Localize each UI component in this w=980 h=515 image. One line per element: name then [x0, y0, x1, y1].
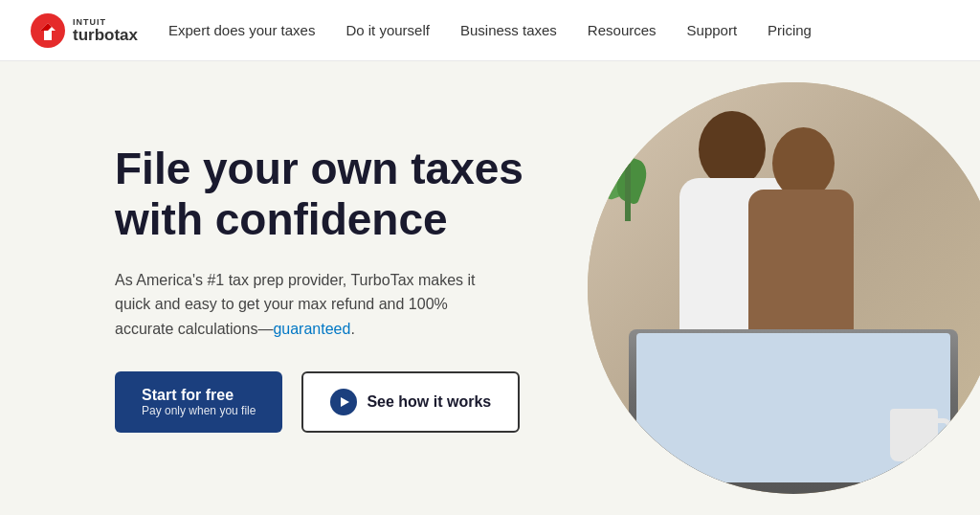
- main-nav: Expert does your taxes Do it yourself Bu…: [168, 22, 812, 38]
- hero-section: File your own taxes with confidence As A…: [0, 61, 980, 515]
- nav-item-do-it-yourself[interactable]: Do it yourself: [345, 22, 430, 38]
- hero-image: [588, 82, 980, 494]
- guaranteed-link[interactable]: guaranteed: [273, 321, 350, 337]
- nav-item-pricing[interactable]: Pricing: [768, 22, 812, 38]
- nav-item-expert-does-your-taxes[interactable]: Expert does your taxes: [168, 22, 315, 38]
- start-for-free-button[interactable]: Start for free Pay only when you file: [115, 371, 282, 433]
- hero-content: File your own taxes with confidence As A…: [115, 144, 523, 434]
- play-icon: [330, 389, 357, 415]
- see-how-it-works-label: See how it works: [367, 393, 491, 411]
- header: INTUIT turbotax Expert does your taxes D…: [0, 0, 980, 61]
- logo-turbotax: turbotax: [73, 27, 138, 43]
- hero-title: File your own taxes with confidence: [115, 144, 523, 245]
- person-body: [748, 190, 854, 343]
- hero-buttons: Start for free Pay only when you file Se…: [115, 371, 523, 433]
- person-head: [772, 127, 835, 199]
- start-button-sub-label: Pay only when you file: [142, 404, 256, 417]
- plant-decoration: [609, 145, 647, 221]
- turbotax-logo-icon: [31, 13, 65, 48]
- nav-item-support[interactable]: Support: [687, 22, 738, 38]
- play-triangle: [341, 397, 349, 407]
- hero-image-placeholder: [588, 82, 980, 494]
- hero-description: As America's #1 tax prep provider, Turbo…: [115, 268, 498, 342]
- start-button-main-label: Start for free: [142, 387, 234, 404]
- see-how-it-works-button[interactable]: See how it works: [301, 371, 520, 433]
- mug-handle: [936, 418, 951, 445]
- nav-item-resources[interactable]: Resources: [588, 22, 657, 38]
- plant-stem: [625, 164, 631, 221]
- logo-text: INTUIT turbotax: [73, 18, 138, 43]
- nav-item-business-taxes[interactable]: Business taxes: [460, 22, 557, 38]
- person-man: [744, 127, 878, 338]
- logo-area[interactable]: INTUIT turbotax: [31, 13, 138, 48]
- coffee-mug: [890, 409, 938, 461]
